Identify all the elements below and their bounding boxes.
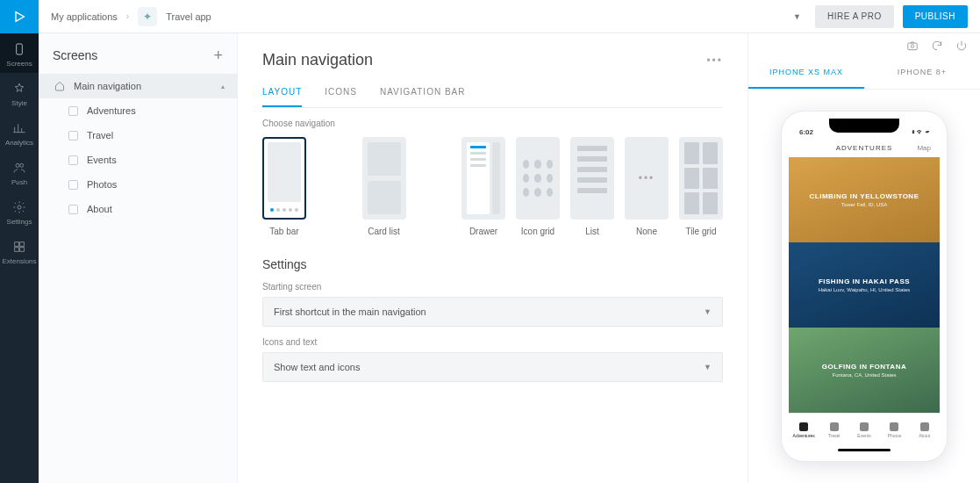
rail-analytics[interactable]: Analytics [0,112,39,152]
starting-screen-select[interactable]: First shortcut in the main navigation▼ [262,297,723,327]
home-icon [54,81,65,91]
nav-option-tab-bar[interactable]: Tab bar [262,137,306,236]
main-panel: Main navigation••• LAYOUT ICONS NAVIGATI… [238,33,748,483]
svg-rect-0 [17,44,23,54]
svg-point-9 [911,44,914,47]
starting-screen-label: Starting screen [262,282,723,292]
app-icon: ✦ [138,7,157,26]
device-tab-8plus[interactable]: IPHONE 8+ [864,57,980,89]
svg-rect-8 [908,43,918,50]
tree-item-main-navigation[interactable]: Main navigation ▴ [39,74,237,98]
nav-option-none[interactable]: •••None [625,137,669,236]
device-tab-xs-max[interactable]: IPHONE XS MAX [748,57,864,89]
preview-card: CLIMBING IN YELLOWSTONETower Fall, ID, U… [789,157,940,242]
preview-panel: IPHONE XS MAX IPHONE 8+ 6:02▮ ᯤ ▰ ADVENT… [748,33,980,483]
nav-option-card-list[interactable]: Card list [317,137,451,236]
rail-screens[interactable]: Screens [0,33,39,73]
nav-option-icon-grid[interactable]: Icon grid [516,137,560,236]
icons-text-select[interactable]: Show text and icons▼ [262,352,723,382]
tree-item-about[interactable]: About [39,197,237,221]
preview-card: GOLFING IN FONTANAFontana, CA, United St… [789,328,940,413]
tree-item-events[interactable]: Events [39,148,237,172]
chevron-down-icon: ▼ [704,363,712,371]
tab-navigation-bar[interactable]: NAVIGATION BAR [380,87,466,107]
svg-point-2 [20,163,24,167]
nav-option-list[interactable]: List [570,137,614,236]
logo[interactable] [0,0,39,33]
tree-item-adventures[interactable]: Adventures [39,98,237,123]
svg-point-1 [16,163,19,167]
breadcrumb-app[interactable]: Travel app [166,11,211,22]
screens-panel: Screens + Main navigation ▴ Adventures T… [39,33,238,483]
hire-a-pro-button[interactable]: HIRE A PRO [815,5,894,28]
tree-item-photos[interactable]: Photos [39,172,237,197]
chevron-down-icon: ▼ [704,307,712,316]
svg-rect-7 [20,248,25,252]
page-title: Main navigation [262,51,373,69]
choose-navigation-label: Choose navigation [262,119,723,128]
svg-point-3 [18,205,21,209]
left-rail: Screens Style Analytics Push Settings Ex… [0,0,39,483]
phone-tab-bar: Adventures Travel Events Photos About [789,413,940,446]
phone-frame: 6:02▮ ᯤ ▰ ADVENTURESMap CLIMBING IN YELL… [781,111,948,462]
caret-down-icon[interactable]: ▼ [793,12,801,21]
add-screen-button[interactable]: + [213,47,223,63]
settings-heading: Settings [262,257,723,271]
camera-icon[interactable] [906,40,919,52]
svg-rect-4 [15,242,19,247]
publish-button[interactable]: PUBLISH [903,5,968,28]
phone-header: ADVENTURESMap [789,138,940,157]
tab-layout[interactable]: LAYOUT [262,87,302,107]
svg-rect-6 [15,248,19,252]
icons-text-label: Icons and text [262,337,723,347]
chevron-right-icon: › [126,11,129,21]
screens-title: Screens [53,48,97,62]
nav-option-tile-grid[interactable]: Tile grid [679,137,723,236]
tab-icons[interactable]: ICONS [325,87,357,107]
breadcrumb-root[interactable]: My applications [51,11,118,22]
power-icon[interactable] [955,40,968,52]
rail-push[interactable]: Push [0,152,39,191]
refresh-icon[interactable] [931,40,943,52]
chevron-up-icon: ▴ [221,83,225,90]
topbar: My applications › ✦ Travel app ▼ HIRE A … [39,0,980,33]
rail-settings[interactable]: Settings [0,191,39,231]
svg-rect-5 [20,242,25,247]
preview-card: FISHING IN HAKAI PASSHakai Luxv, Waipahu… [789,242,940,328]
rail-style[interactable]: Style [0,73,39,112]
nav-option-drawer[interactable]: Drawer [461,137,505,236]
more-icon[interactable]: ••• [706,54,723,67]
rail-extensions[interactable]: Extensions [0,231,39,270]
tree-item-travel[interactable]: Travel [39,123,237,148]
